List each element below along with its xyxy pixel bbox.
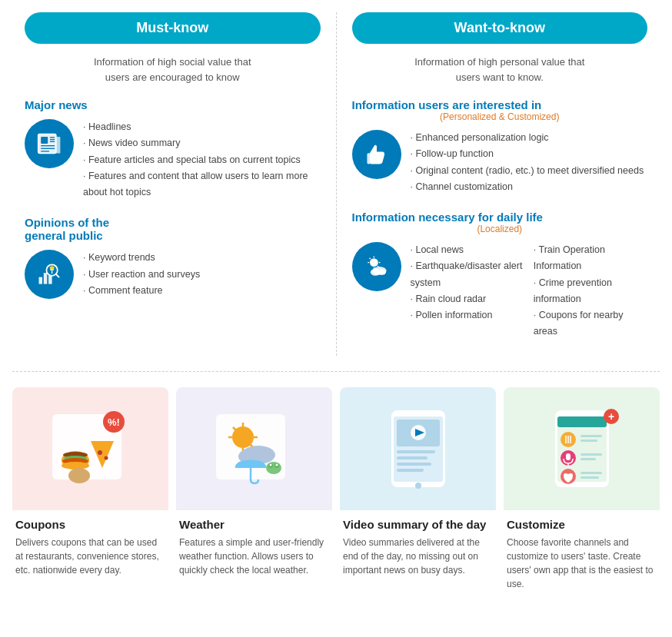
svg-rect-76 [581, 435, 602, 437]
daily-life-bullets-right: Train Operation Information Crime preven… [534, 242, 647, 340]
coupons-card-body: Coupons Delivers coupons that can be use… [12, 510, 168, 585]
major-news-row: Headlines News video summary Feature art… [25, 119, 321, 201]
daily-life-bullets: Local news Earthquake/disaster alert sys… [411, 242, 648, 340]
weather-daily-icon [352, 242, 401, 291]
svg-rect-69 [557, 416, 607, 427]
video-summary-card: Video summary of the day Video summaries… [340, 387, 496, 599]
svg-point-26 [370, 269, 380, 276]
video-illustration [364, 403, 472, 495]
newspaper-icon [35, 130, 63, 158]
svg-point-35 [98, 450, 102, 455]
thumbsup-svg [363, 141, 391, 168]
svg-point-37 [68, 468, 90, 483]
svg-rect-63 [397, 456, 427, 460]
thumbs-up-icon [352, 130, 401, 179]
bullet-item: Feature articles and special tabs on cur… [83, 152, 321, 168]
must-know-header: Must-know [25, 12, 321, 44]
svg-rect-64 [397, 463, 431, 466]
svg-point-52 [266, 462, 281, 474]
coupons-card-image: %! [12, 387, 168, 510]
svg-rect-17 [367, 153, 371, 164]
opinions-title: Opinions of thegeneral public [25, 216, 321, 242]
bullet-item: User reaction and surveys [83, 267, 200, 283]
bullet-item: Rain cloud radar [411, 291, 524, 307]
interested-bullets: Enhanced personalization logic Follow-up… [411, 130, 644, 195]
sun-cloud-svg [363, 253, 391, 280]
weather-card: Weather Features a simple and user-frien… [176, 387, 332, 599]
weather-card-title: Weather [179, 518, 329, 531]
want-to-know-header: Want-to-know [352, 12, 648, 44]
video-card-desc: Video summaries delivered at the end of … [343, 536, 493, 577]
svg-line-16 [56, 274, 59, 277]
svg-rect-84 [581, 472, 602, 474]
customize-illustration: + [528, 403, 636, 495]
must-know-subtext: Information of high social value thatuse… [25, 55, 321, 85]
bullet-item: Features and content that allow users to… [83, 168, 321, 201]
bullet-item: Enhanced personalization logic [411, 130, 644, 146]
bullet-item: Keyword trends [83, 250, 200, 266]
opinions-bullets: Keyword trends User reaction and surveys… [83, 250, 200, 299]
svg-point-56 [275, 463, 278, 466]
svg-rect-2 [41, 137, 48, 144]
svg-rect-79 [566, 453, 571, 460]
coupons-illustration: %! [37, 403, 145, 495]
svg-point-18 [370, 258, 378, 267]
video-card-image [340, 387, 496, 510]
svg-point-33 [62, 462, 89, 469]
search-person-icon [35, 260, 63, 288]
bullet-item: Pollen information [411, 307, 524, 323]
customize-card: + [504, 387, 660, 599]
daily-life-subtitle: (Localized) [352, 224, 648, 234]
svg-point-55 [269, 463, 271, 466]
bullet-item: Local news [411, 242, 524, 258]
bottom-cards-section: %! Coupons Delivers coupons that can be … [12, 387, 660, 599]
svg-point-36 [104, 456, 108, 460]
coupons-card-desc: Delivers coupons that can be used at res… [15, 536, 165, 577]
bullet-item: Train Operation Information [534, 242, 647, 275]
svg-rect-65 [397, 469, 424, 472]
major-news-bullets: Headlines News video summary Feature art… [83, 119, 321, 201]
video-card-title: Video summary of the day [343, 518, 493, 531]
want-to-know-column: Want-to-know Information of high persona… [337, 12, 660, 356]
video-card-body: Video summary of the day Video summaries… [340, 510, 496, 585]
svg-rect-10 [39, 277, 43, 284]
top-section: Must-know Information of high social val… [12, 12, 660, 372]
want-to-know-subtext: Information of high personal value thatu… [352, 55, 648, 85]
bullet-item: Earthquake/disaster alert system [411, 258, 524, 291]
svg-rect-81 [581, 453, 602, 456]
svg-rect-82 [581, 458, 596, 460]
svg-point-27 [378, 270, 385, 275]
customize-card-desc: Choose favorite channels and customize t… [507, 536, 657, 591]
major-news-title: Major news [25, 98, 321, 111]
weather-card-image [176, 387, 332, 510]
svg-line-23 [369, 258, 370, 259]
interested-title: Information users are interested in (Per… [352, 98, 648, 122]
opinions-row: Keyword trends User reaction and surveys… [25, 250, 321, 299]
must-know-column: Must-know Information of high social val… [12, 12, 337, 356]
svg-text:+: + [607, 410, 614, 423]
weather-illustration [201, 403, 308, 495]
main-container: Must-know Information of high social val… [0, 0, 672, 611]
bullet-item: Headlines [83, 119, 321, 135]
daily-life-row: Local news Earthquake/disaster alert sys… [352, 242, 648, 340]
customize-card-title: Customize [507, 518, 657, 531]
svg-rect-9 [56, 137, 60, 154]
svg-rect-11 [44, 273, 48, 284]
weather-card-body: Weather Features a simple and user-frien… [176, 510, 332, 585]
svg-rect-62 [397, 450, 435, 453]
bullet-item: Coupons for nearby areas [534, 307, 647, 340]
bullet-item: Comment feature [83, 283, 200, 299]
bullet-item: Crime prevention information [534, 275, 647, 308]
interested-subtitle: (Personalized & Customized) [352, 111, 648, 122]
svg-rect-85 [581, 476, 599, 479]
coupons-card-title: Coupons [15, 518, 165, 531]
svg-text:%!: %! [108, 416, 120, 428]
bullet-item: Channel customization [411, 179, 644, 195]
svg-rect-77 [581, 440, 597, 442]
customize-card-body: Customize Choose favorite channels and c… [504, 510, 660, 599]
weather-card-desc: Features a simple and user-friendly weat… [179, 536, 329, 577]
daily-life-bullets-left: Local news Earthquake/disaster alert sys… [411, 242, 524, 340]
daily-life-title: Information necessary for daily life (Lo… [352, 211, 648, 234]
customize-card-image: + [504, 387, 660, 510]
coupons-card: %! Coupons Delivers coupons that can be … [12, 387, 168, 599]
